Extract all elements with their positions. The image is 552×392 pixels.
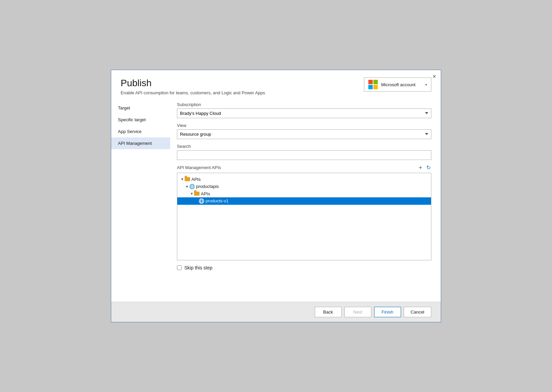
finish-button[interactable]: Finish bbox=[374, 307, 401, 317]
tree-node-inner-apis[interactable]: ▼ APIs bbox=[177, 190, 431, 197]
tree-label-products-v1: products-v1 bbox=[206, 198, 228, 203]
search-label: Search bbox=[177, 144, 431, 149]
sidebar-item-api-management[interactable]: API Management bbox=[111, 137, 170, 149]
view-select[interactable]: Resource group bbox=[177, 129, 431, 139]
dialog-header: Publish Enable API consumption for teams… bbox=[111, 70, 441, 99]
search-input[interactable] bbox=[177, 150, 431, 160]
tree-node-productapis[interactable]: ▼ productapis bbox=[177, 183, 431, 190]
tree-label-root-apis: APIs bbox=[191, 177, 201, 182]
ms-logo-green bbox=[373, 80, 378, 84]
account-label: Microsoft account bbox=[381, 82, 422, 87]
add-api-button[interactable]: + bbox=[418, 165, 423, 171]
tree-arrow-root-apis: ▼ bbox=[180, 177, 185, 181]
search-group: Search bbox=[177, 144, 431, 160]
skip-label: Skip this step bbox=[184, 265, 212, 270]
sidebar-item-app-service[interactable]: App Service bbox=[111, 126, 170, 137]
microsoft-logo bbox=[368, 80, 378, 89]
account-selector[interactable]: Microsoft account ▾ bbox=[364, 77, 431, 92]
subscription-label: Subscription bbox=[177, 102, 431, 107]
back-button[interactable]: Back bbox=[315, 307, 342, 317]
sidebar-item-target[interactable]: Target bbox=[111, 102, 170, 114]
sidebar: Target Specific target App Service API M… bbox=[111, 99, 170, 302]
dialog-subtitle: Enable API consumption for teams, custom… bbox=[121, 90, 265, 95]
view-group: View Resource group bbox=[177, 123, 431, 139]
tree-label-productapis: productapis bbox=[196, 184, 219, 189]
tree-arrow-inner-apis: ▼ bbox=[189, 192, 194, 196]
api-actions: + ↻ bbox=[418, 165, 431, 171]
ms-logo-blue bbox=[368, 85, 373, 89]
api-section-title: API Management APIs bbox=[177, 165, 221, 170]
tree-arrow-productapis: ▼ bbox=[185, 185, 189, 189]
folder-icon-inner-apis bbox=[194, 192, 200, 196]
dialog-body: Target Specific target App Service API M… bbox=[111, 99, 441, 302]
view-label: View bbox=[177, 123, 431, 128]
folder-icon-root-apis bbox=[185, 177, 190, 181]
cloud-icon-productapis bbox=[189, 184, 195, 189]
skip-area: Skip this step bbox=[177, 265, 431, 270]
account-dropdown-arrow: ▾ bbox=[425, 83, 427, 87]
tree-node-products-v1[interactable]: products-v1 bbox=[177, 197, 431, 205]
title-area: Publish Enable API consumption for teams… bbox=[121, 77, 265, 95]
subscription-group: Subscription Brady's Happy Cloud bbox=[177, 102, 431, 118]
api-tree: ▼ APIs ▼ bbox=[177, 173, 431, 260]
dialog-footer: Back Next Finish Cancel bbox=[111, 302, 441, 322]
main-content: Subscription Brady's Happy Cloud View Re… bbox=[170, 99, 441, 302]
close-button[interactable]: × bbox=[432, 73, 436, 79]
api-section-header: API Management APIs + ↻ bbox=[177, 165, 431, 171]
ms-logo-yellow bbox=[373, 85, 378, 89]
refresh-button[interactable]: ↻ bbox=[426, 165, 431, 170]
publish-dialog: × Publish Enable API consumption for tea… bbox=[111, 70, 441, 322]
cancel-button[interactable]: Cancel bbox=[404, 307, 431, 317]
tree-node-root-apis[interactable]: ▼ APIs bbox=[177, 176, 431, 183]
tree-label-inner-apis: APIs bbox=[201, 191, 210, 196]
api-icon-products-v1 bbox=[199, 198, 204, 204]
ms-logo-red bbox=[368, 80, 373, 84]
sidebar-item-specific-target[interactable]: Specific target bbox=[111, 114, 170, 126]
skip-checkbox[interactable] bbox=[177, 265, 182, 270]
subscription-select[interactable]: Brady's Happy Cloud bbox=[177, 108, 431, 118]
dialog-title: Publish bbox=[121, 77, 265, 89]
next-button[interactable]: Next bbox=[344, 307, 371, 317]
